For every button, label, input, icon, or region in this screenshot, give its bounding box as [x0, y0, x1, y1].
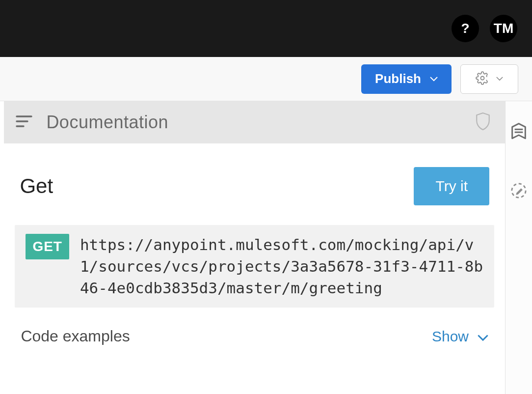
- chevron-down-icon: [430, 74, 438, 84]
- user-avatar[interactable]: TM: [490, 15, 517, 42]
- edit-gear-icon[interactable]: [508, 180, 530, 203]
- avatar-initials: TM: [494, 21, 513, 36]
- documentation-title: Documentation: [46, 112, 168, 133]
- show-label: Show: [432, 328, 469, 345]
- action-bar: Publish: [0, 57, 532, 101]
- documentation-header: Documentation: [4, 101, 505, 143]
- operation-header-row: Get Try it: [4, 143, 505, 225]
- menu-icon[interactable]: [16, 115, 32, 130]
- endpoint-box: GET https://anypoint.mulesoft.com/mockin…: [15, 225, 494, 308]
- code-examples-row: Code examples Show: [4, 308, 505, 360]
- chevron-down-icon: [496, 75, 503, 83]
- http-method-badge: GET: [26, 234, 69, 259]
- help-button[interactable]: ?: [452, 15, 479, 42]
- right-rail: [505, 101, 532, 394]
- top-bar: ? TM: [0, 0, 532, 57]
- workspace: Documentation Get Try it GET https://any…: [0, 101, 532, 394]
- settings-dropdown-button[interactable]: [460, 64, 518, 94]
- svg-point-0: [481, 77, 484, 80]
- bookmark-icon[interactable]: [509, 122, 529, 145]
- operation-title: Get: [20, 174, 53, 198]
- gear-icon: [476, 71, 489, 86]
- try-it-button[interactable]: Try it: [414, 167, 489, 205]
- left-gutter: [0, 101, 4, 394]
- chevron-down-icon: [478, 328, 488, 345]
- code-examples-toggle[interactable]: Show: [432, 328, 488, 345]
- help-icon: ?: [461, 21, 469, 36]
- endpoint-url: https://anypoint.mulesoft.com/mocking/ap…: [80, 234, 483, 299]
- publish-button[interactable]: Publish: [361, 64, 452, 94]
- publish-label: Publish: [375, 71, 421, 86]
- documentation-panel: Documentation Get Try it GET https://any…: [4, 101, 505, 394]
- shield-icon[interactable]: [475, 112, 491, 133]
- code-examples-label: Code examples: [21, 327, 130, 345]
- documentation-body: Get Try it GET https://anypoint.mulesoft…: [4, 143, 505, 394]
